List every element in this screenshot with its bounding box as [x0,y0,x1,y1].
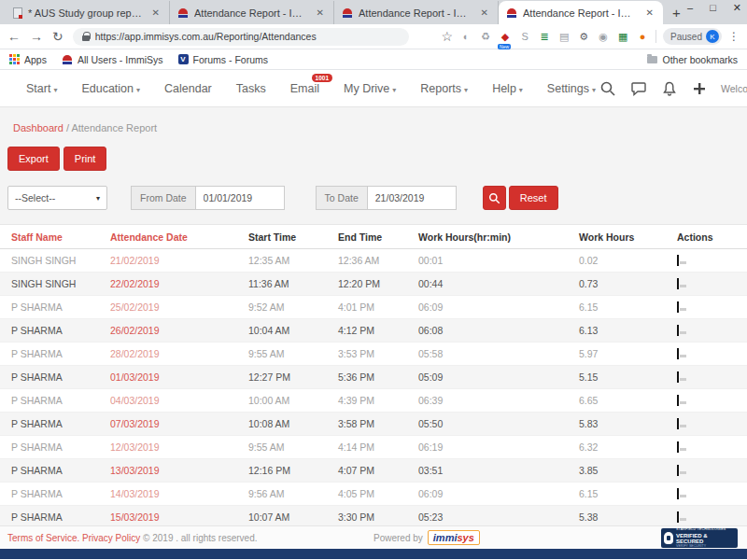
tab-title: Attendance Report - ImmiSys [359,7,473,19]
bell-icon[interactable] [661,80,678,97]
url-input[interactable]: https://app.immisys.com.au/Reporting/Att… [73,28,409,46]
tab-close-icon[interactable]: ✕ [315,7,326,18]
row-actions-button[interactable] [677,395,679,406]
reset-button[interactable]: Reset [509,186,558,210]
welcome-account-menu[interactable]: Welcome, info@ausstudygroup.com.au ▾ [721,83,747,94]
chevron-down-icon: ▾ [592,86,596,94]
to-date-input[interactable] [367,186,457,210]
table-row: P SHARMA 14/03/2019 9:56 AM 4:05 PM 06:0… [0,483,747,506]
attendance-date-cell: 28/02/2019 [99,348,237,359]
row-actions-button[interactable] [677,488,679,499]
extension-icon-8[interactable]: ◉ [597,31,610,43]
bookmark-all-users[interactable]: All Users - ImmiSys [62,54,163,65]
menu-settings[interactable]: Settings▾ [547,82,596,95]
browser-tab-4-active[interactable]: Attendance Report - ImmiSys ✕ [499,1,663,24]
breadcrumb-dashboard-link[interactable]: Dashboard [13,122,63,133]
extension-icon-3[interactable]: ◆New [499,31,512,43]
tab-close-icon[interactable]: ✕ [644,7,655,18]
menu-start[interactable]: Start▾ [26,82,57,95]
from-date-input[interactable] [195,186,285,210]
immisys-logo[interactable]: immisys [428,530,480,545]
other-bookmarks[interactable]: Other bookmarks [647,54,738,65]
back-icon[interactable]: ← [7,29,21,44]
menu-calendar[interactable]: Calendar [164,82,212,95]
reload-icon[interactable]: ↻ [52,29,63,44]
row-actions-button[interactable] [677,465,679,476]
staff-name-cell: SINGH SINGH [0,255,99,266]
attendance-date-cell: 07/03/2019 [99,418,237,429]
apps-grid-icon [9,54,20,64]
row-actions-button[interactable] [677,418,679,429]
close-window-button[interactable]: ✕ [733,2,741,14]
browser-tab-3[interactable]: Attendance Report - ImmiSys ✕ [334,1,499,24]
staff-name-cell: P SHARMA [0,301,99,313]
start-time-cell: 12:16 PM [237,465,327,476]
col-staff-name[interactable]: Staff Name [0,231,99,243]
extension-icon-9[interactable]: ▦ [616,31,629,43]
extension-icon-4[interactable]: S [518,31,531,42]
row-actions-button[interactable] [677,301,679,313]
menu-tasks[interactable]: Tasks [236,82,266,95]
staff-name-cell: P SHARMA [0,488,99,499]
tab-close-icon[interactable]: ✕ [479,7,490,18]
extension-icon-2[interactable]: ♻ [479,31,492,43]
browser-tab-1[interactable]: * AUS Study group reporting tha ✕ [6,1,170,24]
extension-new-badge: New [498,44,511,49]
bookmark-forums[interactable]: V Forums - Forums [178,54,269,65]
bookmarks-bar: Apps All Users - ImmiSys V Forums - Foru… [0,49,747,70]
seal-verify: VERIFY SECURITY [676,545,735,549]
menu-my-drive[interactable]: My Drive▾ [344,82,396,95]
row-actions-button[interactable] [677,278,679,289]
breadcrumb: Dashboard / Attendance Report [0,107,747,133]
forward-icon[interactable]: → [30,29,43,44]
row-actions-button[interactable] [677,511,679,523]
menu-reports[interactable]: Reports▾ [420,82,468,95]
copyright-text: © 2019 . all rights reserved. [143,533,257,543]
extension-icon-10[interactable]: ● [636,31,649,42]
verified-secured-seal[interactable]: STARFIELD TECHNOLOGIES VERIFIED & SECURE… [661,528,738,548]
chat-icon[interactable] [630,80,647,97]
row-actions-button[interactable] [677,441,679,453]
tab-close-icon[interactable]: ✕ [150,7,162,18]
staff-select-dropdown[interactable]: --Select-- ▾ [7,186,107,210]
row-actions-button[interactable] [677,255,679,266]
extension-icon-1[interactable]: ◐ [459,31,472,42]
profile-paused-pill[interactable]: Paused K [663,28,722,45]
browser-tab-2[interactable]: Attendance Report - ImmiSys ✕ [170,1,334,24]
col-attendance-date[interactable]: Attendance Date [99,231,237,243]
end-time-cell: 3:58 PM [327,418,407,429]
table-row: P SHARMA 13/03/2019 12:16 PM 4:07 PM 03:… [0,459,747,483]
col-work-hours-hrmin[interactable]: Work Hours(hr:min) [407,231,568,243]
privacy-policy-link[interactable]: Privacy Policy [82,533,140,543]
document-favicon [13,7,22,19]
export-button[interactable]: Export [7,147,60,171]
maximize-button[interactable]: □ [710,2,716,14]
row-actions-button[interactable] [677,325,679,336]
search-icon[interactable] [599,80,616,97]
extension-icon-5[interactable]: ≣ [538,31,551,43]
minimize-button[interactable]: – [687,2,693,14]
extension-icon-6[interactable]: ▤ [557,31,571,43]
add-icon[interactable] [692,81,707,96]
work-hours-hrmin-cell: 05:09 [407,371,568,383]
work-hours-cell: 6.13 [568,325,666,336]
end-time-cell: 4:01 PM [327,301,407,313]
bookmark-apps[interactable]: Apps [9,54,47,65]
menu-help[interactable]: Help▾ [492,82,523,95]
row-actions-button[interactable] [677,348,679,359]
col-start-time[interactable]: Start Time [237,231,327,243]
menu-education[interactable]: Education▾ [81,82,140,95]
work-hours-cell: 5.97 [568,348,666,359]
print-button[interactable]: Print [63,147,107,171]
browser-menu-icon[interactable]: ⋮ [728,30,740,43]
search-button[interactable] [483,186,506,210]
row-actions-button[interactable] [677,371,679,383]
attendance-date-cell: 26/02/2019 [99,325,237,336]
col-work-hours[interactable]: Work Hours [568,231,666,243]
extension-icon-7[interactable]: ⚙ [577,31,590,43]
terms-of-service-link[interactable]: Terms of Service. [7,533,79,543]
col-end-time[interactable]: End Time [327,231,407,243]
bookmark-star-icon[interactable]: ☆ [442,29,454,44]
seal-company: STARFIELD TECHNOLOGIES [676,528,735,532]
menu-email[interactable]: Email1001 [290,82,319,95]
